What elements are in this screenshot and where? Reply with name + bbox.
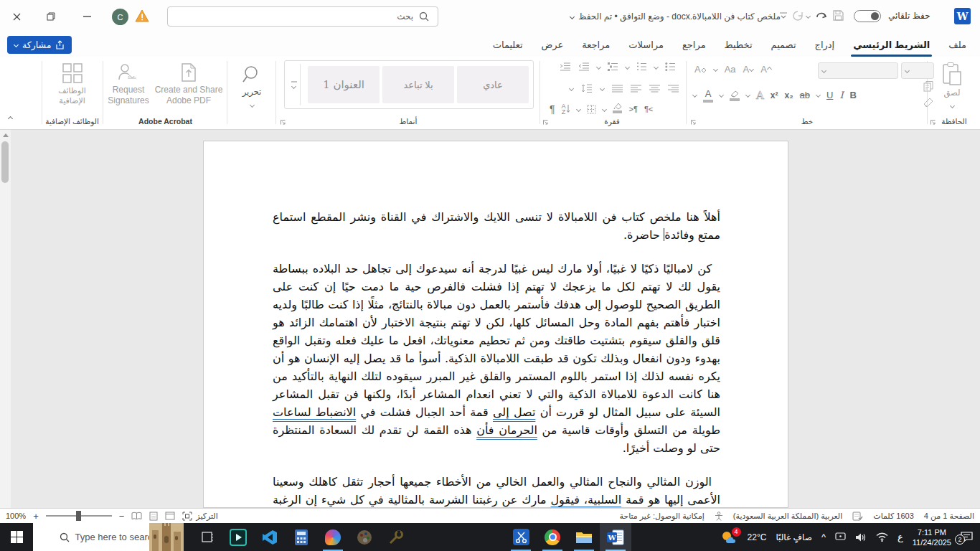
paragraph-dialog-launcher[interactable]: [542, 119, 549, 126]
clear-formatting-button[interactable]: A: [694, 64, 707, 75]
zoom-slider-thumb[interactable]: [76, 511, 81, 521]
subscript-button[interactable]: x₂: [785, 90, 793, 100]
change-case-button[interactable]: Aa: [725, 64, 736, 75]
focus-mode-button[interactable]: التركيز: [182, 512, 217, 521]
tab-review[interactable]: مراجعة: [573, 33, 619, 57]
save-button[interactable]: [832, 9, 844, 22]
scrollbar-thumb[interactable]: [1, 141, 9, 183]
clipboard-dialog-launcher[interactable]: [930, 119, 936, 126]
paragraph[interactable]: أهلاً هنا ملخص كتاب فن اللامبالاة لا تنس…: [273, 208, 720, 244]
tab-help[interactable]: تعليمات: [484, 33, 532, 57]
weather-description[interactable]: صافٍ غالبًا: [776, 532, 811, 542]
weather-widget[interactable]: 4: [720, 529, 738, 545]
highlight-button[interactable]: [730, 90, 740, 101]
restore-window-button[interactable]: [40, 6, 62, 27]
font-color-button[interactable]: A: [703, 88, 713, 103]
shrink-font-button[interactable]: A: [743, 64, 754, 75]
word-logo-icon[interactable]: W: [954, 8, 971, 24]
taskbar-app-snipping[interactable]: [505, 523, 537, 551]
show-paragraph-marks-button[interactable]: ¶: [550, 103, 555, 115]
share-button[interactable]: مشاركة: [7, 36, 72, 54]
volume-icon[interactable]: [855, 532, 867, 542]
minimize-window-button[interactable]: [76, 6, 98, 27]
document-page[interactable]: أهلاً هنا ملخص كتاب فن اللامبالاة لا تنس…: [203, 141, 788, 508]
taskbar-app-chrome[interactable]: [537, 523, 568, 551]
taskbar-app-tools[interactable]: [380, 523, 412, 551]
align-center-button[interactable]: [649, 85, 660, 93]
zoom-in-button[interactable]: +: [33, 511, 39, 522]
tray-display-icon[interactable]: [835, 532, 846, 542]
autosave-toggle[interactable]: [854, 10, 881, 22]
vertical-scrollbar[interactable]: [0, 130, 11, 508]
taskbar-search-input[interactable]: Type here to search: [33, 523, 184, 551]
numbering-button[interactable]: [636, 62, 647, 71]
tab-references[interactable]: مراجع: [673, 33, 715, 57]
borders-button[interactable]: [587, 105, 596, 114]
zoom-out-button[interactable]: −: [119, 511, 125, 522]
grow-font-button[interactable]: A: [760, 64, 771, 75]
scroll-up-arrow[interactable]: [3, 133, 9, 137]
taskbar-app-vsdc[interactable]: [222, 523, 254, 551]
notification-center-button[interactable]: 2: [961, 532, 973, 542]
wifi-icon[interactable]: [876, 532, 888, 542]
undo-dropdown-chevron[interactable]: [806, 14, 810, 18]
tab-layout[interactable]: تخطيط: [715, 33, 762, 57]
collapse-ribbon-button[interactable]: [9, 110, 12, 123]
language-indicator[interactable]: العربية (المملكة العربية السعودية): [733, 512, 842, 521]
font-name-select[interactable]: [818, 62, 898, 79]
line-spacing-button[interactable]: [581, 84, 593, 93]
align-left-button[interactable]: [631, 85, 641, 93]
shading-button[interactable]: [613, 103, 623, 116]
redo-button[interactable]: [792, 10, 804, 22]
document-title[interactable]: ملخص كتاب فن اللامبالاة.docx - وضع التوا…: [570, 0, 781, 33]
sort-button[interactable]: AZ: [562, 103, 570, 115]
strikethrough-button[interactable]: ab: [800, 90, 810, 100]
start-button[interactable]: [0, 523, 33, 551]
paragraph[interactable]: الوزن المثالي والنجاح المثالي والعمل الخ…: [273, 473, 720, 508]
print-layout-button[interactable]: [149, 512, 158, 521]
show-hidden-icons-button[interactable]: ^: [821, 532, 826, 542]
font-dialog-launcher[interactable]: [690, 119, 697, 126]
multilevel-list-button[interactable]: [608, 62, 618, 71]
addins-button[interactable]: الوظائف الإضافية: [42, 62, 103, 105]
task-view-button[interactable]: [191, 523, 222, 551]
increase-indent-button[interactable]: [578, 62, 590, 71]
page-indicator[interactable]: الصفحة 1 من 4: [924, 512, 974, 521]
taskbar-app-word[interactable]: W: [600, 523, 631, 551]
keyboard-language-indicator[interactable]: ع: [897, 532, 903, 542]
paste-button[interactable]: لصق: [941, 62, 963, 110]
create-share-pdf-button[interactable]: Create and Share Adobe PDF: [153, 62, 225, 106]
clock[interactable]: 7:11 PM 11/24/2025: [913, 527, 951, 547]
styles-dialog-launcher[interactable]: [280, 119, 286, 126]
tab-mailings[interactable]: مراسلات: [619, 33, 673, 57]
warning-icon[interactable]: [135, 9, 149, 22]
close-window-button[interactable]: [6, 6, 27, 27]
align-right-button[interactable]: [668, 85, 679, 93]
customize-quick-access-button[interactable]: [779, 11, 788, 20]
text-effects-button[interactable]: A: [756, 89, 764, 102]
taskbar-app-palette[interactable]: [349, 523, 380, 551]
taskbar-app-paint3d[interactable]: [317, 523, 349, 551]
editing-button[interactable]: تحرير: [228, 65, 275, 110]
bullets-button[interactable]: [665, 62, 676, 71]
zoom-slider[interactable]: [46, 515, 112, 517]
web-layout-button[interactable]: [165, 512, 175, 520]
ltr-direction-button[interactable]: >¶: [629, 105, 638, 113]
taskbar-app-vscode[interactable]: [254, 523, 286, 551]
bold-button[interactable]: B: [850, 90, 857, 100]
justify-button[interactable]: [612, 85, 623, 93]
style-chip-2[interactable]: العنوان 1: [308, 66, 380, 103]
document-text[interactable]: أهلاً هنا ملخص كتاب فن اللامبالاة لا تنس…: [204, 141, 788, 508]
zoom-level[interactable]: 100%: [6, 512, 26, 520]
tab-file[interactable]: ملف: [939, 33, 976, 57]
paragraph[interactable]: كن لامباليًا ذكيًا لا غبيًا، أولا مارك ل…: [273, 260, 720, 457]
accessibility-status[interactable]: إمكانية الوصول: غير متاحة: [619, 512, 704, 521]
read-mode-button[interactable]: [131, 512, 142, 520]
word-count[interactable]: 1603 كلمات: [873, 512, 914, 521]
style-chip-0[interactable]: عادي: [457, 66, 529, 103]
taskbar-app-calculator[interactable]: [286, 523, 317, 551]
underline-button[interactable]: U: [826, 90, 833, 100]
weather-temperature[interactable]: 22°C: [748, 532, 767, 542]
style-chip-1[interactable]: بلا تباعد: [382, 66, 454, 103]
superscript-button[interactable]: x²: [771, 90, 778, 100]
